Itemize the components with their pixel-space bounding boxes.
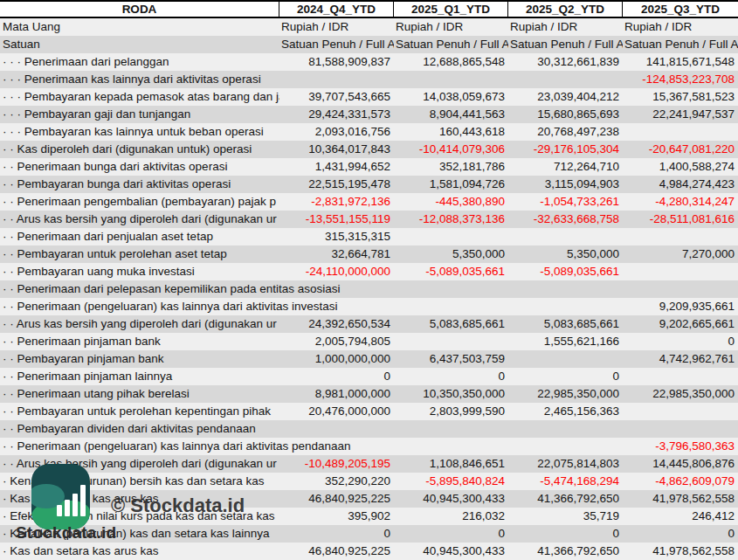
cell-value[interactable]: 22,985,350,000 [623, 385, 738, 403]
cell-value[interactable]: 7,270,000 [623, 245, 738, 263]
cell-value[interactable]: 32,664,781 [279, 245, 394, 263]
cell-value[interactable]: 8,904,441,563 [394, 106, 508, 123]
cell-value[interactable]: 15,680,865,693 [508, 106, 623, 123]
cell-value[interactable]: 1,400,588,274 [623, 158, 738, 176]
cell-value[interactable]: -10,414,079,306 [394, 141, 508, 158]
cell-value[interactable]: 29,424,331,573 [279, 106, 394, 123]
row-label[interactable]: · · Arus kas bersih yang diperoleh dari … [0, 211, 279, 228]
cell-value[interactable]: 30,312,661,839 [508, 53, 623, 71]
cell-value[interactable] [279, 298, 394, 315]
cell-value[interactable] [508, 228, 623, 245]
cell-value[interactable]: 22,075,814,803 [508, 455, 623, 473]
cell-value[interactable]: -10,489,205,195 [279, 455, 394, 473]
row-label[interactable]: · · Pembayaran pinjaman bank [0, 350, 279, 368]
cell-value[interactable]: 23,039,404,212 [508, 88, 623, 106]
cell-value[interactable]: 1,000,000,000 [279, 350, 394, 368]
cell-value[interactable]: 2,465,156,363 [508, 403, 623, 420]
cell-value[interactable]: 2,803,999,590 [394, 403, 508, 420]
cell-value[interactable]: 41,366,792,650 [508, 543, 623, 560]
cell-value[interactable]: 5,083,685,661 [394, 315, 508, 333]
row-label[interactable]: · · Pembayaran dividen dari aktivitas pe… [0, 420, 279, 438]
cell-value[interactable]: 0 [279, 368, 394, 385]
cell-value[interactable]: -445,380,890 [394, 193, 508, 211]
cell-value[interactable]: 1,555,621,166 [508, 333, 623, 350]
cell-value[interactable]: -5,895,840,824 [394, 473, 508, 490]
cell-value[interactable]: -29,176,105,304 [508, 141, 623, 158]
cell-value[interactable]: 22,241,947,537 [623, 106, 738, 123]
cell-value[interactable]: 22,985,350,000 [508, 385, 623, 403]
unit-cell[interactable]: Satuan Penuh / Full A [394, 36, 508, 53]
row-label[interactable]: · · Arus kas bersih yang diperoleh dari … [0, 315, 279, 333]
row-label[interactable]: · · · Pembayaran kepada pemasok atas bar… [0, 88, 279, 106]
cell-value[interactable]: 0 [279, 525, 394, 543]
column-header-2025-q2[interactable]: 2025_Q2_YTD [508, 2, 623, 17]
cell-value[interactable] [394, 71, 508, 88]
currency-cell[interactable]: Rupiah / IDR [394, 18, 508, 36]
cell-value[interactable]: -5,089,035,661 [394, 263, 508, 280]
cell-value[interactable]: 39,707,543,665 [279, 88, 394, 106]
cell-value[interactable]: 3,115,094,903 [508, 176, 623, 193]
cell-value[interactable] [508, 280, 623, 298]
cell-value[interactable]: 0 [394, 368, 508, 385]
cell-value[interactable]: -3,796,580,363 [623, 438, 738, 455]
cell-value[interactable] [623, 403, 738, 420]
cell-value[interactable]: -28,511,081,616 [623, 211, 738, 228]
cell-value[interactable]: 8,981,000,000 [279, 385, 394, 403]
cell-value[interactable]: 5,350,000 [508, 245, 623, 263]
cell-value[interactable] [508, 350, 623, 368]
cell-value[interactable] [623, 123, 738, 141]
cell-value[interactable]: -4,862,609,079 [623, 473, 738, 490]
cell-value[interactable]: 35,719 [508, 508, 623, 525]
cell-value[interactable]: 1,581,094,726 [394, 176, 508, 193]
cell-value[interactable]: 246,412 [623, 508, 738, 525]
row-label[interactable]: · · Penerimaan pengembalian (pembayaran)… [0, 193, 279, 211]
cell-value[interactable]: -1,054,733,261 [508, 193, 623, 211]
cell-value[interactable] [508, 438, 623, 455]
cell-value[interactable] [394, 228, 508, 245]
cell-value[interactable] [394, 438, 508, 455]
row-label[interactable]: Satuan [0, 36, 279, 53]
unit-cell[interactable]: Satuan Penuh / Full A [279, 36, 394, 53]
cell-value[interactable]: 5,083,685,661 [508, 315, 623, 333]
cell-value[interactable] [508, 298, 623, 315]
cell-value[interactable]: 315,315,315 [279, 228, 394, 245]
cell-value[interactable]: 15,367,581,523 [623, 88, 738, 106]
cell-value[interactable]: 0 [508, 368, 623, 385]
cell-value[interactable]: 0 [508, 525, 623, 543]
cell-value[interactable] [279, 71, 394, 88]
cell-value[interactable]: -4,280,314,247 [623, 193, 738, 211]
cell-value[interactable]: 0 [623, 525, 738, 543]
cell-value[interactable] [279, 438, 394, 455]
cell-value[interactable] [623, 420, 738, 438]
row-label[interactable]: · · Pembayaran untuk perolehan kepenting… [0, 403, 279, 420]
cell-value[interactable]: 24,392,650,534 [279, 315, 394, 333]
cell-value[interactable]: 20,476,000,000 [279, 403, 394, 420]
row-label[interactable]: · · · Pembayaran gaji dan tunjangan [0, 106, 279, 123]
cell-value[interactable]: -13,551,155,119 [279, 211, 394, 228]
unit-cell[interactable]: Satuan Penuh / Full A [623, 36, 738, 53]
cell-value[interactable]: 9,209,935,661 [623, 298, 738, 315]
cell-value[interactable]: 0 [623, 333, 738, 350]
cell-value[interactable]: 160,443,618 [394, 123, 508, 141]
cell-value[interactable]: 46,840,925,225 [279, 490, 394, 508]
row-label[interactable]: · · Penerimaan bunga dari aktivitas oper… [0, 158, 279, 176]
cell-value[interactable]: 41,366,792,650 [508, 490, 623, 508]
currency-cell[interactable]: Rupiah / IDR [508, 18, 623, 36]
ticker-header-cell[interactable]: RODA [0, 2, 279, 17]
unit-cell[interactable]: Satuan Penuh / Full A [508, 36, 623, 53]
cell-value[interactable]: 395,902 [279, 508, 394, 525]
cell-value[interactable] [279, 280, 394, 298]
column-header-2024-q4[interactable]: 2024_Q4_YTD [279, 2, 394, 17]
cell-value[interactable] [623, 263, 738, 280]
cell-value[interactable] [394, 333, 508, 350]
cell-value[interactable]: 40,945,300,433 [394, 543, 508, 560]
cell-value[interactable]: 6,437,503,759 [394, 350, 508, 368]
cell-value[interactable]: 5,350,000 [394, 245, 508, 263]
row-label[interactable]: · · · Pembayaran kas lainnya untuk beban… [0, 123, 279, 141]
cell-value[interactable]: 0 [394, 525, 508, 543]
row-label[interactable]: · · Penerimaan pinjaman lainnya [0, 368, 279, 385]
cell-value[interactable]: -5,474,168,294 [508, 473, 623, 490]
cell-value[interactable]: 141,815,671,548 [623, 53, 738, 71]
cell-value[interactable]: -24,110,000,000 [279, 263, 394, 280]
cell-value[interactable]: -20,647,081,220 [623, 141, 738, 158]
